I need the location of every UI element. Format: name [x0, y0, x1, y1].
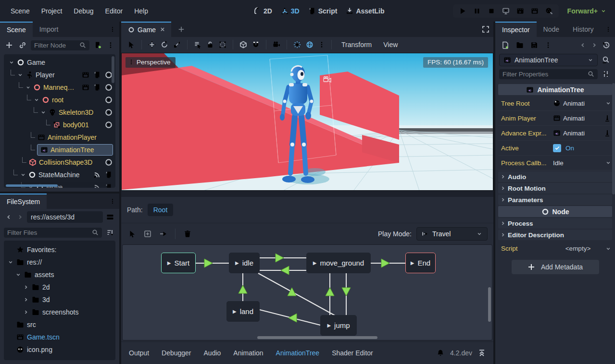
file-row[interactable]: 3d: [4, 293, 115, 306]
collapse-icon[interactable]: [9, 60, 14, 65]
play-state-icon[interactable]: ▶: [233, 309, 237, 314]
class-header-node[interactable]: Node: [498, 206, 612, 217]
play-button[interactable]: [459, 7, 466, 15]
history-back-icon[interactable]: [579, 42, 586, 49]
advance-expression-value[interactable]: Animati: [553, 129, 611, 137]
script-dropdown[interactable]: <empty>: [553, 245, 611, 252]
dock-menu-icon[interactable]: [110, 198, 115, 204]
tree-row[interactable]: body001: [4, 119, 115, 131]
visibility-eye-icon[interactable]: [105, 121, 113, 129]
collapse-icon[interactable]: [25, 85, 31, 90]
view-menu[interactable]: View: [378, 39, 402, 50]
file-row[interactable]: src: [4, 318, 115, 331]
collapse-icon[interactable]: [20, 172, 26, 178]
add-node-button[interactable]: [4, 40, 14, 50]
statemachine-graph[interactable]: ▶Start ▶idle ▶move_ground ▶End ▶land ▶ju…: [122, 244, 492, 340]
play-state-icon[interactable]: ▶: [411, 260, 414, 266]
sm-connect-nodes-button[interactable]: [158, 229, 168, 239]
resource-menu-button[interactable]: [543, 40, 553, 50]
menu-help[interactable]: Help: [129, 4, 153, 18]
tab-scene[interactable]: Scene: [0, 22, 33, 37]
group-root-motion[interactable]: Root Motion: [498, 183, 612, 194]
file-row[interactable]: icon.png: [4, 343, 115, 356]
attach-script-button[interactable]: [92, 40, 103, 50]
new-scene-tab-button[interactable]: [171, 22, 191, 37]
rotate-mode-button[interactable]: [159, 39, 170, 50]
collapse-icon[interactable]: [40, 109, 46, 115]
file-row[interactable]: res://: [4, 256, 115, 268]
group-process[interactable]: Process: [498, 218, 612, 229]
script-icon[interactable]: [105, 171, 113, 179]
script-icon[interactable]: [105, 183, 113, 188]
bottom-tab-animationtree[interactable]: AnimationTree: [276, 349, 320, 357]
anim-player-value[interactable]: Animati: [553, 114, 611, 122]
tree-row[interactable]: Game: [4, 56, 115, 69]
scene-tree-hscrollbar[interactable]: [6, 184, 58, 187]
switch-script-button[interactable]: Script: [308, 7, 338, 15]
property-tools-button[interactable]: [601, 69, 611, 79]
switch-3d-button[interactable]: 3D: [281, 7, 300, 15]
add-metadata-button[interactable]: Add Metadata: [512, 260, 599, 274]
local-space-button[interactable]: [238, 39, 249, 50]
expand-icon[interactable]: [23, 297, 29, 303]
sort-files-button[interactable]: [105, 227, 115, 238]
file-row[interactable]: Favorites:: [4, 243, 115, 256]
switch-2d-button[interactable]: 2D: [253, 7, 272, 15]
tree-root-value[interactable]: Animati: [553, 99, 611, 107]
file-row[interactable]: assets: [4, 268, 115, 281]
current-path[interactable]: res://assets/3d: [27, 211, 103, 223]
bottom-tab-shader-editor[interactable]: Shader Editor: [332, 349, 373, 357]
script-icon[interactable]: [93, 71, 101, 79]
collapse-icon[interactable]: [17, 72, 23, 78]
list-select-button[interactable]: [192, 39, 203, 50]
tab-filesystem[interactable]: FileSystem: [0, 194, 47, 209]
dock-menu-icon[interactable]: [110, 26, 115, 32]
bottom-tab-debugger[interactable]: Debugger: [162, 349, 191, 357]
history-forward-button[interactable]: [15, 212, 25, 222]
state-node-end[interactable]: ▶End: [405, 253, 436, 273]
snap-button[interactable]: [251, 39, 261, 50]
graph-vscrollbar[interactable]: [488, 287, 491, 322]
file-row[interactable]: 2d: [4, 281, 115, 293]
switch-assetlib-button[interactable]: AssetLib: [346, 7, 384, 15]
tab-node[interactable]: Node: [537, 22, 566, 37]
scene-tree-vscrollbar[interactable]: [112, 56, 114, 83]
path-root-button[interactable]: Root: [148, 204, 174, 216]
tree-row[interactable]: root: [4, 94, 115, 106]
tree-row[interactable]: AnimationPlayer: [4, 131, 115, 144]
group-node-button[interactable]: [217, 39, 228, 50]
object-history-icon[interactable]: [602, 41, 610, 49]
state-node-start[interactable]: ▶Start: [161, 253, 196, 273]
nodepath-pick-icon[interactable]: [603, 129, 611, 137]
graph-hscrollbar[interactable]: [257, 336, 377, 339]
filter-files-input[interactable]: [7, 229, 90, 236]
menu-editor[interactable]: Editor: [100, 4, 128, 18]
perspective-menu[interactable]: Perspective: [126, 57, 176, 68]
collapse-icon[interactable]: [8, 259, 13, 265]
file-row[interactable]: Game.tscn: [4, 331, 115, 343]
state-node-move-ground[interactable]: ▶move_ground: [306, 253, 371, 273]
tab-game-scene[interactable]: Game: [121, 22, 171, 37]
tree-row[interactable]: Player: [4, 69, 115, 81]
nodepath-pick-icon[interactable]: [603, 114, 611, 122]
script-icon[interactable]: [93, 84, 101, 91]
tab-import[interactable]: Import: [33, 22, 65, 37]
new-resource-button[interactable]: [500, 40, 511, 50]
movie-maker-button[interactable]: [545, 7, 553, 15]
scene-tree-menu-button[interactable]: [106, 40, 115, 50]
history-forward-icon[interactable]: [591, 42, 598, 49]
notification-bell-icon[interactable]: [437, 349, 444, 357]
play-state-icon[interactable]: ▶: [235, 260, 239, 266]
lock-node-button[interactable]: [205, 39, 215, 50]
sm-select-tool-button[interactable]: [127, 229, 138, 239]
active-checkbox[interactable]: [553, 144, 561, 152]
state-node-land[interactable]: ▶land: [226, 301, 260, 322]
tab-history[interactable]: History: [566, 22, 601, 37]
visibility-eye-icon[interactable]: [105, 96, 113, 104]
stop-button[interactable]: [488, 7, 495, 15]
collapse-icon[interactable]: [34, 97, 39, 103]
tree-row[interactable]: StateMachine: [4, 169, 115, 181]
bottom-tab-animation[interactable]: Animation: [233, 349, 263, 357]
film-icon[interactable]: [82, 84, 89, 91]
visibility-eye-icon[interactable]: [105, 84, 113, 91]
